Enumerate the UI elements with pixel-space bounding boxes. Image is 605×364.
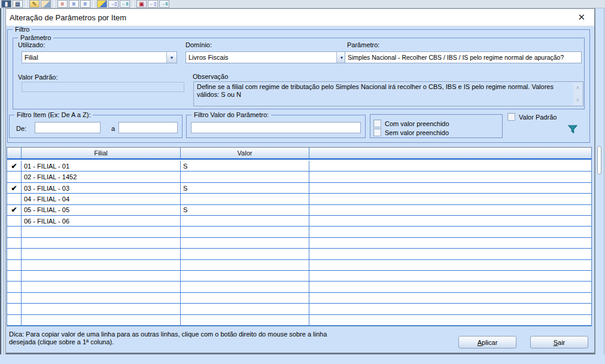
table-row[interactable] bbox=[7, 271, 591, 282]
hand-card-icon[interactable] bbox=[41, 0, 51, 8]
form-edit-icon[interactable]: ✎ bbox=[29, 0, 39, 8]
filtro-item-a-input[interactable] bbox=[118, 122, 178, 133]
row-valor-cell[interactable] bbox=[181, 293, 309, 303]
sem-valor-checkbox[interactable] bbox=[373, 129, 381, 136]
close-icon[interactable]: ✕ bbox=[577, 12, 585, 23]
row-valor-cell[interactable] bbox=[181, 304, 309, 314]
row-valor-cell[interactable]: S bbox=[181, 183, 309, 193]
building-import-icon[interactable]: ←▯ bbox=[148, 0, 158, 8]
row-filial-cell[interactable] bbox=[22, 271, 181, 281]
table-row[interactable] bbox=[7, 227, 591, 237]
row-extra-cell[interactable] bbox=[309, 183, 591, 193]
row-valor-cell[interactable] bbox=[181, 282, 309, 292]
row-check-cell[interactable] bbox=[7, 260, 22, 270]
row-filial-cell[interactable] bbox=[22, 282, 181, 292]
row-filial-cell[interactable] bbox=[22, 227, 181, 237]
row-filial-cell[interactable] bbox=[22, 315, 181, 325]
table-row[interactable]: 02 - FILIAL - 1452 bbox=[7, 172, 591, 182]
table-row[interactable] bbox=[7, 260, 591, 271]
row-filial-cell[interactable] bbox=[22, 293, 181, 303]
observacao-scrollbar[interactable]: ∧ ∨ bbox=[573, 82, 582, 105]
row-filial-cell[interactable]: 02 - FILIAL - 1452 bbox=[22, 172, 181, 182]
row-filial-cell[interactable] bbox=[22, 249, 181, 259]
list-columns-icon[interactable]: ≡ bbox=[69, 0, 79, 8]
row-extra-cell[interactable] bbox=[309, 172, 591, 182]
row-check-cell[interactable]: ✔ bbox=[7, 183, 22, 193]
row-check-cell[interactable] bbox=[7, 172, 22, 182]
window-mouse-icon[interactable] bbox=[97, 0, 107, 8]
row-check-cell[interactable] bbox=[7, 282, 22, 292]
table-row[interactable] bbox=[7, 249, 591, 259]
observacao-memo[interactable]: Define se a filial com regime de tributa… bbox=[193, 81, 583, 106]
parametro-input[interactable] bbox=[345, 51, 582, 63]
row-extra-cell[interactable] bbox=[309, 205, 591, 215]
table-row[interactable]: 06 - FILIAL - 06 bbox=[7, 216, 591, 227]
row-valor-cell[interactable]: S bbox=[181, 161, 309, 171]
row-check-cell[interactable] bbox=[7, 227, 22, 237]
scroll-down-icon[interactable]: ∨ bbox=[576, 96, 580, 104]
utilizado-value[interactable] bbox=[22, 52, 166, 63]
window-refresh-icon[interactable]: ▣ bbox=[136, 0, 147, 8]
tree-list-icon[interactable]: ≡ bbox=[57, 0, 68, 8]
aplicar-button[interactable]: Aplicar bbox=[458, 336, 516, 348]
scrollbar-thumb[interactable] bbox=[597, 146, 601, 175]
row-filial-cell[interactable]: 01 - FILIAL - 01 bbox=[22, 161, 181, 171]
row-extra-cell[interactable] bbox=[309, 304, 591, 314]
row-filial-cell[interactable] bbox=[22, 260, 181, 270]
utilizado-combobox[interactable]: ▼ bbox=[22, 51, 177, 63]
table-row[interactable] bbox=[7, 304, 591, 314]
row-check-cell[interactable] bbox=[7, 293, 22, 303]
table-row[interactable] bbox=[7, 293, 591, 304]
table-row[interactable] bbox=[7, 238, 591, 249]
row-check-cell[interactable]: ✔ bbox=[7, 205, 22, 215]
import-building-icon[interactable]: →▯ bbox=[108, 0, 118, 8]
dominio-value[interactable] bbox=[186, 52, 336, 63]
row-extra-cell[interactable] bbox=[309, 194, 591, 204]
row-check-cell[interactable] bbox=[7, 271, 22, 281]
com-valor-checkbox[interactable] bbox=[373, 120, 381, 127]
money-left-icon[interactable]: ←$ bbox=[120, 0, 130, 8]
list-curve-icon[interactable]: ≡ bbox=[80, 0, 90, 8]
row-extra-cell[interactable] bbox=[309, 238, 591, 248]
row-check-cell[interactable] bbox=[7, 238, 22, 248]
money-right-icon[interactable]: →$ bbox=[159, 0, 169, 8]
row-valor-cell[interactable] bbox=[181, 238, 309, 248]
table-grid-icon[interactable]: ▦ bbox=[13, 0, 23, 8]
row-valor-cell[interactable] bbox=[181, 216, 309, 226]
row-extra-cell[interactable] bbox=[309, 216, 591, 226]
row-extra-cell[interactable] bbox=[309, 260, 591, 270]
row-check-cell[interactable] bbox=[7, 194, 22, 204]
filter-funnel-icon[interactable] bbox=[567, 124, 578, 134]
row-check-cell[interactable] bbox=[7, 216, 22, 226]
row-filial-cell[interactable] bbox=[22, 304, 181, 314]
row-check-cell[interactable] bbox=[7, 249, 22, 259]
dominio-combobox[interactable]: ▼ bbox=[186, 51, 347, 63]
row-valor-cell[interactable] bbox=[181, 315, 309, 325]
row-filial-cell[interactable]: 03 - FILIAL - 03 bbox=[22, 183, 181, 193]
row-filial-cell[interactable] bbox=[22, 238, 181, 248]
row-extra-cell[interactable] bbox=[309, 249, 591, 259]
clipboard-icon[interactable]: ▮ bbox=[1, 0, 11, 8]
table-row[interactable] bbox=[7, 282, 591, 292]
row-extra-cell[interactable] bbox=[309, 227, 591, 237]
table-row[interactable] bbox=[7, 315, 591, 326]
filtro-item-de-input[interactable] bbox=[35, 122, 101, 133]
row-valor-cell[interactable] bbox=[181, 271, 309, 281]
row-extra-cell[interactable] bbox=[309, 293, 591, 303]
row-check-cell[interactable] bbox=[7, 315, 22, 325]
row-extra-cell[interactable] bbox=[309, 161, 591, 171]
table-row[interactable]: ✔ 03 - FILIAL - 03 S bbox=[7, 183, 591, 194]
row-extra-cell[interactable] bbox=[309, 282, 591, 292]
row-valor-cell[interactable] bbox=[181, 260, 309, 270]
row-valor-cell[interactable] bbox=[181, 249, 309, 259]
row-extra-cell[interactable] bbox=[309, 315, 591, 325]
row-valor-cell[interactable] bbox=[181, 194, 309, 204]
row-valor-cell[interactable]: S bbox=[181, 205, 309, 215]
row-valor-cell[interactable] bbox=[181, 172, 309, 182]
row-extra-cell[interactable] bbox=[309, 271, 591, 281]
table-row[interactable]: ✔ 01 - FILIAL - 01 S bbox=[7, 161, 591, 172]
scroll-up-icon[interactable]: ∧ bbox=[576, 84, 580, 91]
row-filial-cell[interactable]: 04 - FILIAL - 04 bbox=[22, 194, 181, 204]
row-valor-cell[interactable] bbox=[181, 227, 309, 237]
chevron-down-icon[interactable]: ▼ bbox=[166, 52, 177, 63]
